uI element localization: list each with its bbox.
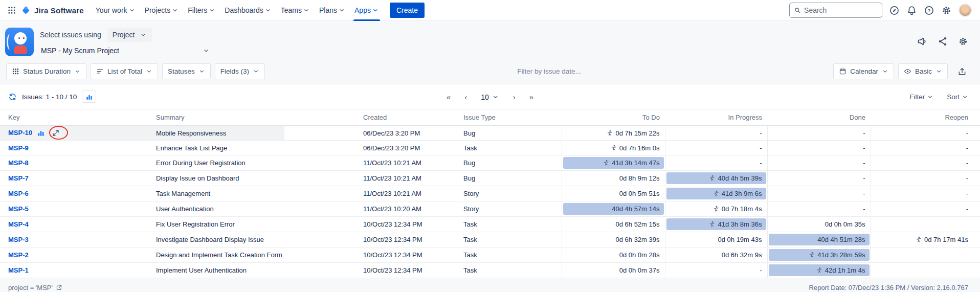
search-input[interactable] [804, 6, 878, 14]
table-row-msp-4[interactable]: MSP-4Fix User Registration Error10/Oct/2… [0, 217, 980, 232]
notifications-icon[interactable] [906, 5, 917, 16]
issue-key-link[interactable]: MSP-10 [8, 129, 32, 137]
table-row-msp-3[interactable]: MSP-3Investigate Dashboard Display Issue… [0, 232, 980, 248]
nav-item-dashboards[interactable]: Dashboards [220, 0, 276, 21]
issue-key-link[interactable]: MSP-3 [8, 236, 29, 243]
todo-cell: 0d 0h 0m 28s [562, 248, 665, 263]
issue-key-link[interactable]: MSP-9 [8, 144, 29, 152]
issue-key-link[interactable]: MSP-4 [8, 220, 29, 228]
pagination-left: Issues: 1 - 10 / 10 [8, 91, 96, 103]
share-icon[interactable] [938, 36, 948, 47]
column-header-issue-type[interactable]: Issue Type [458, 109, 562, 126]
table-row-msp-9[interactable]: MSP-9Enhance Task List Page06/Dec/23 3:2… [0, 141, 980, 155]
refresh-icon[interactable] [8, 93, 17, 101]
column-header-to-do[interactable]: To Do [562, 109, 665, 126]
duration-highlight-bar: 40d 4h 51m 28s [769, 234, 870, 245]
calendar-view-dropdown[interactable]: Calendar [833, 63, 894, 79]
select-issues-label: Select issues using [40, 31, 101, 39]
reopen-cell: - [871, 201, 980, 217]
duration-highlight-bar: 41d 3h 9m 6s [666, 188, 766, 199]
issue-key-link[interactable]: MSP-2 [8, 251, 29, 259]
create-button[interactable]: Create [390, 3, 425, 18]
table-row-msp-6[interactable]: MSP-6Task Management11/Oct/23 10:21 AMSt… [0, 186, 980, 201]
reopen-cell: - [871, 186, 980, 201]
nav-item-projects[interactable]: Projects [140, 0, 184, 21]
todo-cell: 0d 0h 5m 51s [562, 186, 665, 201]
column-header-summary[interactable]: Summary [151, 109, 358, 126]
user-avatar[interactable] [959, 4, 972, 17]
table-row-msp-10[interactable]: MSP-10Mobile Responsiveness06/Dec/23 3:2… [0, 126, 980, 141]
next-page-button[interactable]: › [513, 93, 516, 101]
table-row-msp-2[interactable]: MSP-2Design and Implement Task Creation … [0, 248, 980, 263]
nav-item-teams[interactable]: Teams [276, 0, 315, 21]
issue-key-link[interactable]: MSP-7 [8, 174, 29, 182]
reopen-cell [871, 248, 980, 263]
app-switcher-button[interactable] [5, 4, 18, 17]
chevron-down-icon [146, 68, 152, 75]
column-header-in-progress[interactable]: In Progress [665, 109, 767, 126]
table-row-msp-8[interactable]: MSP-8Error During User Registration11/Oc… [0, 155, 980, 171]
summary-cell: User Authentication [151, 201, 358, 217]
row-expand-button[interactable] [52, 129, 60, 137]
nav-item-filters[interactable]: Filters [183, 0, 220, 21]
page-size-dropdown[interactable]: 10 [481, 93, 499, 101]
jql-query-link[interactable]: project = 'MSP' [8, 284, 62, 291]
table-row-msp-5[interactable]: MSP-5User Authentication11/Oct/23 10:20 … [0, 201, 980, 217]
table-row-msp-7[interactable]: MSP-7Display Issue on Dashboard11/Oct/23… [0, 171, 980, 186]
nav-item-your-work[interactable]: Your work [91, 0, 140, 21]
app-logo-face [14, 32, 27, 44]
issue-type-cell: Story [458, 186, 562, 201]
view-mode-dropdown[interactable]: Basic [898, 63, 948, 79]
issue-key-link[interactable]: MSP-6 [8, 190, 29, 197]
first-page-button[interactable]: « [447, 93, 451, 101]
app-logo[interactable] [5, 28, 34, 56]
chevron-down-icon [203, 47, 210, 54]
created-cell: 11/Oct/23 10:21 AM [358, 186, 458, 201]
issue-key-link[interactable]: MSP-1 [8, 266, 29, 274]
filter-dropdown[interactable]: Filter [909, 93, 933, 101]
settings-gear-icon[interactable] [941, 5, 952, 16]
row-actions [37, 129, 60, 137]
todo-cell: 40d 4h 57m 14s [562, 201, 665, 217]
help-icon[interactable]: ? [924, 5, 934, 16]
report-settings-gear-icon[interactable] [958, 36, 968, 47]
chart-view-button[interactable] [82, 91, 96, 103]
statuses-dropdown[interactable]: Statuses [162, 63, 211, 79]
calculation-dropdown[interactable]: List of Total [91, 63, 158, 79]
issue-source-dropdown[interactable]: Project [107, 28, 152, 42]
summary-cell: Error During User Registration [151, 155, 358, 171]
nav-item-apps[interactable]: Apps [350, 0, 384, 21]
column-header-key[interactable]: Key [0, 109, 151, 126]
row-chart-button[interactable] [37, 129, 45, 137]
table-row-msp-1[interactable]: MSP-1Implement User Authentication10/Oct… [0, 263, 980, 278]
summary-cell: Design and Implement Task Creation Form [151, 248, 358, 263]
key-cell: MSP-6 [0, 186, 151, 201]
discover-icon[interactable] [889, 5, 900, 16]
report-toolbar: Status Duration List of Total Statuses F… [0, 62, 980, 84]
last-page-button[interactable]: » [529, 93, 533, 101]
reopen-cell: - [871, 155, 980, 171]
brand-name: Jira Software [34, 6, 84, 15]
column-header-done[interactable]: Done [767, 109, 871, 126]
feedback-megaphone-icon[interactable] [917, 36, 927, 47]
nav-item-plans[interactable]: Plans [315, 0, 350, 21]
search-box[interactable] [789, 3, 882, 18]
jira-brand[interactable]: Jira Software [20, 5, 84, 16]
summary-cell: Task Management [151, 186, 358, 201]
issue-key-link[interactable]: MSP-8 [8, 159, 29, 167]
sort-dropdown[interactable]: Sort [947, 93, 968, 101]
issue-key-link[interactable]: MSP-5 [8, 205, 29, 213]
issue-type-cell: Bug [458, 171, 562, 186]
project-dropdown[interactable]: MSP - My Scrum Project [40, 44, 214, 57]
key-cell: MSP-1 [0, 263, 151, 278]
report-type-dropdown[interactable]: Status Duration [6, 63, 86, 79]
prev-page-button[interactable]: ‹ [464, 93, 467, 101]
bar-chart-icon [85, 93, 93, 101]
issue-date-filter-input[interactable] [478, 68, 621, 75]
chevron-down-icon [128, 7, 136, 14]
column-header-reopen[interactable]: Reopen [871, 109, 980, 126]
export-button[interactable] [956, 65, 968, 78]
column-header-created[interactable]: Created [358, 109, 458, 126]
duration-highlight-bar: 40d 4h 5m 39s [666, 172, 766, 184]
fields-dropdown[interactable]: Fields (3) [215, 63, 265, 79]
